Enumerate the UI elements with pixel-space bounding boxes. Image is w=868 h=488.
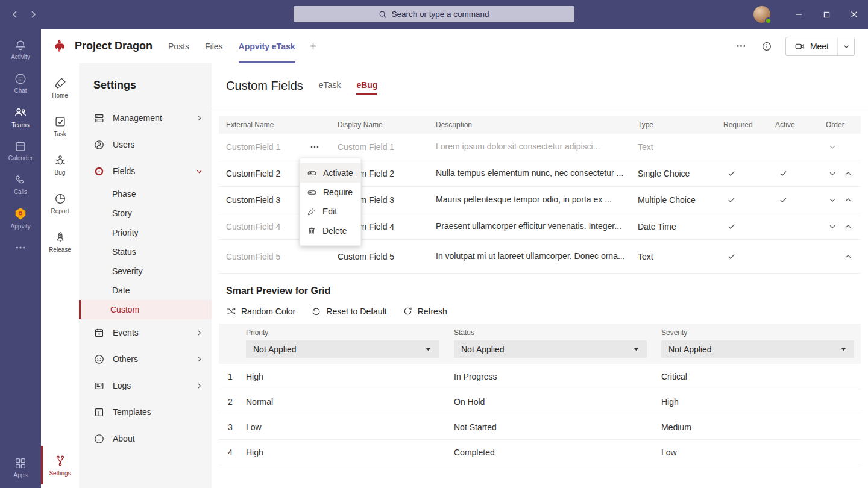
settings-item-events[interactable]: Events xyxy=(79,319,212,346)
info-icon[interactable] xyxy=(760,40,773,53)
meet-split-button: Meet xyxy=(785,37,855,56)
settings-item-others[interactable]: Others xyxy=(79,346,212,372)
smart-preview-title: Smart Preview for Grid xyxy=(212,274,868,296)
module-bug[interactable]: Bug xyxy=(41,145,79,184)
module-release[interactable]: Release xyxy=(41,222,79,261)
list-item: 4 High Completed Low xyxy=(219,440,861,465)
module-settings[interactable]: Settings xyxy=(41,446,79,484)
templates-icon xyxy=(93,407,105,418)
channel-tabs: Posts Files Appvity eTask xyxy=(168,29,295,63)
search-input[interactable]: Search or type a command xyxy=(294,6,574,22)
row-context-menu: Activate Require Edit Delete xyxy=(300,158,361,246)
module-report[interactable]: Report xyxy=(41,184,79,222)
shuffle-icon xyxy=(226,306,236,316)
settings-subitem-priority[interactable]: Priority xyxy=(79,223,212,242)
move-up-icon[interactable] xyxy=(843,221,854,232)
menu-item-delete[interactable]: Delete xyxy=(300,221,360,240)
move-up-icon[interactable] xyxy=(843,168,854,179)
menu-item-require[interactable]: Require xyxy=(300,183,360,202)
sidebar-item-teams[interactable]: Teams xyxy=(0,100,41,134)
minimize-button[interactable] xyxy=(785,0,813,29)
etask-module-rail: Home Task Bug Report Release xyxy=(41,63,79,488)
settings-item-templates[interactable]: Templates xyxy=(79,399,212,425)
status-filter-dropdown[interactable]: Not Applied xyxy=(454,340,647,358)
menu-item-activate[interactable]: Activate xyxy=(300,163,360,183)
settings-item-fields[interactable]: Fields xyxy=(79,158,212,184)
phone-icon xyxy=(14,174,27,187)
close-icon[interactable] xyxy=(840,0,868,29)
chevron-right-icon xyxy=(195,329,203,337)
maximize-button[interactable] xyxy=(813,0,840,29)
tab-files[interactable]: Files xyxy=(205,29,223,63)
settings-subitem-severity[interactable]: Severity xyxy=(79,261,212,281)
more-apps-icon[interactable] xyxy=(0,235,41,260)
row-more-actions-icon[interactable] xyxy=(309,141,321,153)
tab-etask[interactable]: eTask xyxy=(319,80,341,95)
release-rocket-icon xyxy=(54,231,67,244)
avatar[interactable] xyxy=(753,6,770,23)
search-icon xyxy=(379,10,387,19)
module-home[interactable]: Home xyxy=(41,68,79,107)
sidebar-item-chat[interactable]: Chat xyxy=(0,66,41,100)
refresh-button[interactable]: Refresh xyxy=(403,306,447,316)
settings-subitem-status[interactable]: Status xyxy=(79,242,212,261)
settings-item-about[interactable]: About xyxy=(79,425,212,452)
more-options-icon[interactable] xyxy=(735,40,748,53)
sidebar-item-calendar[interactable]: Calender xyxy=(0,134,41,167)
settings-item-management[interactable]: Management xyxy=(79,105,212,131)
move-up-icon[interactable] xyxy=(843,195,854,205)
tab-posts[interactable]: Posts xyxy=(168,29,189,63)
settings-subitem-custom[interactable]: Custom xyxy=(79,300,212,319)
menu-item-edit[interactable]: Edit xyxy=(300,202,360,221)
back-button[interactable] xyxy=(8,8,22,21)
calendar-event-icon xyxy=(93,327,105,339)
logs-box-icon xyxy=(93,380,105,392)
add-tab-button[interactable] xyxy=(309,42,318,51)
random-color-button[interactable]: Random Color xyxy=(226,306,295,316)
settings-subitem-date[interactable]: Date xyxy=(79,281,212,300)
smart-preview-grid: Priority Not Applied Status Not Applied xyxy=(219,324,861,465)
fields-target-icon xyxy=(93,166,105,177)
task-checkbox-icon xyxy=(54,115,67,128)
sidebar-item-activity[interactable]: Activity xyxy=(0,33,41,66)
tab-ebug[interactable]: eBug xyxy=(356,80,377,95)
settings-subitem-story[interactable]: Story xyxy=(79,204,212,223)
tab-appvity-etask[interactable]: Appvity eTask xyxy=(239,29,295,63)
info-icon xyxy=(93,433,105,445)
move-down-icon[interactable] xyxy=(827,195,838,205)
settings-subitem-phase[interactable]: Phase xyxy=(79,184,212,204)
move-up-icon[interactable] xyxy=(843,251,854,262)
sidebar-item-appvity[interactable]: Appvity xyxy=(0,201,41,235)
list-item: 3 Low Not Started Medium xyxy=(219,414,861,440)
video-camera-icon xyxy=(794,41,805,52)
toggle-icon xyxy=(307,187,317,198)
sidebar-item-apps[interactable]: Apps xyxy=(0,451,41,484)
meet-button[interactable]: Meet xyxy=(786,37,837,55)
priority-filter-dropdown[interactable]: Not Applied xyxy=(246,340,439,358)
refresh-icon xyxy=(403,306,413,316)
move-down-icon[interactable] xyxy=(827,221,838,232)
pencil-icon xyxy=(307,207,316,216)
appvity-logo-icon xyxy=(13,207,28,221)
chevron-right-icon xyxy=(195,382,203,390)
reset-default-button[interactable]: Reset to Default xyxy=(311,306,386,316)
list-item: 1 High In Progress Critical xyxy=(219,364,861,389)
settings-item-logs[interactable]: Logs xyxy=(79,372,212,399)
sidebar-item-calls[interactable]: Calls xyxy=(0,167,41,201)
settings-nav-panel: Settings Management Users xyxy=(79,63,212,488)
move-down-icon[interactable] xyxy=(827,168,838,179)
preview-filter-row: Priority Not Applied Status Not Applied xyxy=(219,324,861,364)
severity-filter-dropdown[interactable]: Not Applied xyxy=(661,340,854,358)
page-title: Project Dragon xyxy=(75,40,153,52)
settings-graph-icon xyxy=(54,454,67,468)
teams-window: Search or type a command Activity xyxy=(0,0,868,488)
module-task[interactable]: Task xyxy=(41,107,79,145)
forward-button[interactable] xyxy=(27,8,40,21)
settings-item-users[interactable]: Users xyxy=(79,131,212,158)
report-chart-icon xyxy=(54,192,67,205)
settings-content: Custom Fields eTask eBug External Name D… xyxy=(212,63,868,488)
apps-grid-icon xyxy=(14,457,27,470)
meet-dropdown-button[interactable] xyxy=(837,37,854,55)
chevron-right-icon xyxy=(195,355,203,363)
move-down-icon[interactable] xyxy=(827,142,838,152)
